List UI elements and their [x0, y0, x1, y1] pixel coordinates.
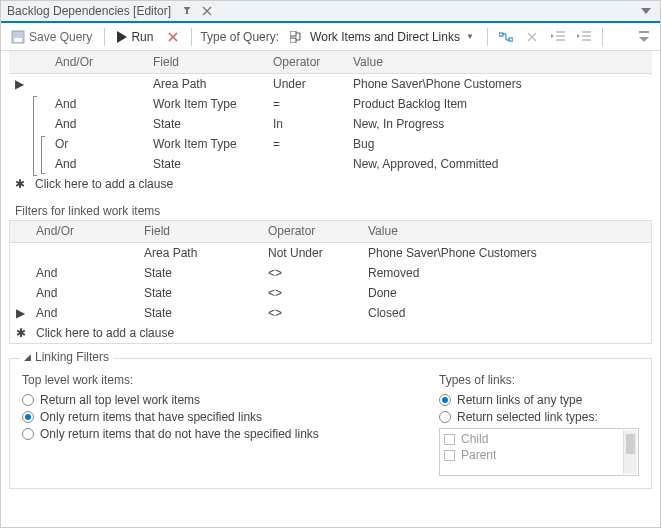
panel-menu-icon[interactable] — [638, 3, 654, 19]
tree-expand-button[interactable] — [496, 27, 516, 47]
clause-row[interactable]: And State In New, In Progress — [9, 114, 652, 134]
radio-only-without-links[interactable]: Only return items that do not have the s… — [22, 427, 399, 441]
toolbar-overflow-icon[interactable] — [634, 27, 654, 47]
header-operator: Operator — [262, 221, 362, 243]
svg-rect-5 — [509, 38, 513, 41]
play-icon — [117, 31, 127, 43]
linking-filters-section: ◢ Linking Filters Top level work items: … — [9, 358, 652, 489]
clause-row[interactable]: Or Work Item Type = Bug — [9, 134, 652, 154]
linked-clauses-table: And/Or Field Operator Value Area Path No… — [10, 221, 651, 344]
checkbox-icon — [444, 450, 455, 461]
header-andor: And/Or — [30, 221, 138, 243]
chevron-down-icon: ▼ — [466, 32, 474, 41]
svg-rect-1 — [14, 38, 22, 42]
save-query-button[interactable]: Save Query — [7, 28, 96, 46]
link-types-column: Types of links: Return links of any type… — [439, 373, 639, 476]
query-type-label: Type of Query: — [200, 30, 279, 44]
link-type-item[interactable]: Child — [444, 431, 634, 447]
clause-row[interactable]: And State <> Done — [10, 283, 651, 303]
header-value: Value — [347, 51, 652, 73]
window-title: Backlog Dependencies [Editor] — [7, 4, 171, 18]
svg-rect-2 — [290, 31, 296, 36]
outdent-button[interactable] — [548, 27, 568, 47]
header-row: And/Or Field Operator Value — [10, 221, 651, 243]
header-andor: And/Or — [49, 51, 147, 73]
header-operator: Operator — [267, 51, 347, 73]
radio-links-selected[interactable]: Return selected link types: — [439, 410, 639, 424]
query-type-dropdown[interactable]: Work Items and Direct Links ▼ — [285, 28, 479, 46]
add-clause-row[interactable]: ✱ Click here to add a clause — [10, 323, 651, 343]
svg-rect-3 — [290, 38, 296, 43]
linking-filters-header[interactable]: ◢ Linking Filters — [20, 350, 113, 364]
separator — [104, 28, 105, 46]
indent-button[interactable] — [574, 27, 594, 47]
radio-icon — [22, 411, 34, 423]
main-clauses-table: And/Or Field Operator Value ▶ Area Path … — [9, 51, 652, 194]
scrollbar-thumb[interactable] — [626, 434, 635, 454]
clause-row[interactable]: ▶ Area Path Under Phone Saver\Phone Cust… — [9, 73, 652, 94]
checkbox-icon — [444, 434, 455, 445]
clause-row[interactable]: Area Path Not Under Phone Saver\Phone Cu… — [10, 243, 651, 264]
pin-icon[interactable] — [179, 3, 195, 19]
header-row: And/Or Field Operator Value — [9, 51, 652, 73]
collapse-icon: ◢ — [24, 352, 31, 362]
radio-icon — [22, 428, 34, 440]
separator — [602, 28, 603, 46]
link-type-item[interactable]: Parent — [444, 447, 634, 463]
top-level-label: Top level work items: — [22, 373, 399, 387]
add-clause-row[interactable]: ✱ Click here to add a clause — [9, 174, 652, 194]
top-level-column: Top level work items: Return all top lev… — [22, 373, 399, 476]
radio-icon — [22, 394, 34, 406]
separator — [487, 28, 488, 46]
clear-button[interactable] — [522, 27, 542, 47]
row-indicator-icon: ▶ — [10, 303, 30, 323]
new-row-icon: ✱ — [10, 323, 30, 343]
radio-icon — [439, 394, 451, 406]
link-types-listbox[interactable]: Child Parent — [439, 428, 639, 476]
query-type-icon — [290, 31, 304, 43]
svg-rect-4 — [499, 33, 503, 36]
svg-rect-6 — [639, 31, 649, 33]
radio-only-with-links[interactable]: Only return items that have specified li… — [22, 410, 399, 424]
header-field: Field — [138, 221, 262, 243]
delete-button[interactable] — [163, 27, 183, 47]
run-button[interactable]: Run — [113, 28, 157, 46]
radio-icon — [439, 411, 451, 423]
separator — [191, 28, 192, 46]
title-bar: Backlog Dependencies [Editor] — [1, 1, 660, 23]
header-field: Field — [147, 51, 267, 73]
radio-return-all[interactable]: Return all top level work items — [22, 393, 399, 407]
scrollbar[interactable] — [623, 430, 637, 474]
toolbar: Save Query Run Type of Query: Work Items… — [1, 23, 660, 51]
header-value: Value — [362, 221, 651, 243]
link-types-label: Types of links: — [439, 373, 639, 387]
row-indicator-icon: ▶ — [9, 73, 29, 94]
radio-links-any[interactable]: Return links of any type — [439, 393, 639, 407]
save-icon — [11, 30, 25, 44]
clause-row[interactable]: And State <> Removed — [10, 263, 651, 283]
new-row-icon: ✱ — [9, 174, 29, 194]
clause-row[interactable]: And State New, Approved, Committed — [9, 154, 652, 174]
linked-filters-label: Filters for linked work items — [15, 204, 652, 218]
clause-row[interactable]: And Work Item Type = Product Backlog Ite… — [9, 94, 652, 114]
close-icon[interactable] — [199, 3, 215, 19]
clause-row[interactable]: ▶ And State <> Closed — [10, 303, 651, 323]
